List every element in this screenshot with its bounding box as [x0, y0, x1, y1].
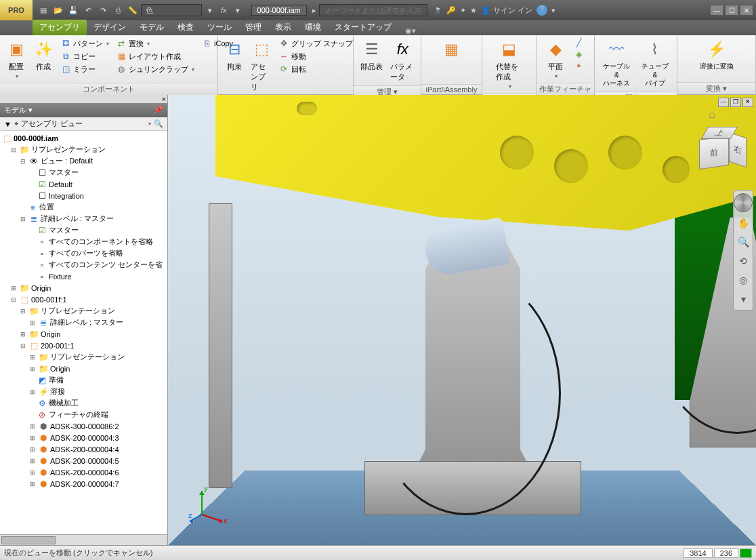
viewcube[interactable]: 前 右 上 [695, 125, 742, 173]
tree-node[interactable]: ⊞⬢ADSK-200-000004:7 [0, 478, 167, 489]
tree-node[interactable]: ▫Fixture [0, 271, 167, 282]
tree-node[interactable]: ⊟≣詳細レベル : マスター [0, 213, 167, 224]
tree-node[interactable]: ⊟⬚200-001:1 [0, 340, 167, 351]
browser-pin-icon[interactable]: 📌 [154, 106, 163, 115]
vp-minimize-icon[interactable]: — [718, 98, 729, 107]
lookat-icon[interactable]: ◎ [735, 272, 751, 288]
expand-icon[interactable]: ⊞ [28, 388, 37, 395]
substitute-button[interactable]: ⬓代替を作成▾ [495, 37, 524, 91]
help-icon[interactable]: ? [537, 5, 547, 16]
tab-inspect[interactable]: 検査 [171, 20, 201, 35]
vp-restore-icon[interactable]: ❐ [730, 98, 741, 107]
weld-convert-button[interactable]: ⚡溶接に変換 [696, 37, 737, 73]
expand-icon[interactable]: ⊞ [28, 423, 37, 430]
params-button[interactable]: fxパラメータ [389, 37, 417, 83]
steering-wheel-icon[interactable] [734, 193, 753, 212]
expand-icon[interactable]: ⊞ [28, 469, 37, 476]
rotate-button[interactable]: ⟳回転 [276, 63, 355, 75]
app-badge[interactable]: PRO [0, 0, 33, 20]
fx-label[interactable]: fx [221, 6, 227, 14]
assemble-button[interactable]: ⬚アセンブリ [249, 37, 274, 94]
tree-node[interactable]: ⊞⬢ADSK-300-000086:2 [0, 420, 167, 432]
plane-button[interactable]: ◆平面▾ [541, 37, 570, 81]
expand-icon[interactable]: ⊞ [28, 458, 37, 464]
tree-node[interactable]: ⊞⬢ADSK-200-000004:5 [0, 455, 167, 466]
signin-button[interactable]: 👤 サイン イン [481, 5, 532, 16]
appearance-select[interactable] [141, 4, 202, 16]
tab-startup[interactable]: スタートアップ [328, 20, 398, 35]
tab-design[interactable]: デザイン [87, 20, 133, 35]
collapse-icon[interactable]: ⊟ [19, 158, 27, 165]
browser-header[interactable]: モデル ▾📌 [0, 103, 167, 117]
funnel-icon[interactable]: ⌖ [14, 119, 18, 128]
fx-dropdown-icon[interactable]: ▾ [231, 3, 245, 17]
close-button[interactable]: ✕ [740, 5, 753, 16]
vp-close-icon[interactable]: ✕ [742, 98, 753, 107]
tab-tools[interactable]: ツール [201, 20, 238, 35]
tree-node[interactable]: ⊞⬢ADSK-200-000004:6 [0, 466, 167, 478]
tree-node[interactable]: ⊟📁リプレゼンテーション [0, 144, 167, 155]
tree-node[interactable]: ⊟📁リプレゼンテーション [0, 305, 167, 317]
ipart-button[interactable]: ▦ [437, 37, 467, 62]
tree-node[interactable]: ⊞📁Origin [0, 282, 167, 294]
filter-icon[interactable]: ▼ [4, 120, 12, 128]
zoom-icon[interactable]: 🔍 [735, 234, 751, 250]
tab-view[interactable]: 表示 [268, 20, 298, 35]
tube-button[interactable]: ⌇チューブ & パイプ [637, 37, 673, 89]
ucs-icon[interactable]: ⌖ [573, 60, 584, 71]
tabs-overflow-icon[interactable]: ◉▾ [405, 26, 416, 35]
tree-node[interactable]: ☑マスター [0, 224, 167, 236]
key-icon[interactable]: 🔑 [446, 6, 456, 15]
help-star-icon[interactable]: ✦ [460, 6, 466, 15]
expand-icon[interactable]: ⊞ [19, 331, 27, 338]
collapse-icon[interactable]: ⊟ [19, 216, 27, 222]
layout-button[interactable]: ▦レイアウト作成 [114, 50, 196, 62]
viewcube-front[interactable]: 前 [699, 136, 729, 169]
axis-icon[interactable]: ╱ [573, 37, 584, 48]
appearance-dropdown-icon[interactable]: ▾ [203, 3, 217, 17]
expand-icon[interactable]: ⊞ [28, 481, 37, 487]
favorite-icon[interactable]: ★ [470, 6, 477, 15]
cable-button[interactable]: 〰ケーブル & ハーネス [599, 37, 635, 89]
tree-node[interactable]: ⊞⬢ADSK-200-000004:4 [0, 443, 167, 455]
tree-node[interactable]: ⊞⚡溶接 [0, 386, 167, 397]
tree-node[interactable]: ⊞≣詳細レベル : マスター [0, 317, 167, 328]
browser-close-icon[interactable]: × [162, 95, 166, 103]
qat-measure-icon[interactable]: 📏 [126, 3, 140, 17]
tree-root[interactable]: ⬚000-000f.iam [0, 132, 167, 144]
collapse-icon[interactable]: ⊟ [9, 146, 18, 153]
expand-icon[interactable]: ⊞ [28, 435, 37, 441]
pattern-button[interactable]: ⚃パターン▾ [58, 37, 111, 49]
find-icon[interactable]: 🔍 [154, 119, 163, 128]
tree-node[interactable]: ▫すべてのコンテンツ センターを省 [0, 259, 167, 271]
shrinkwrap-button[interactable]: ◍シュリンクラップ▾ [114, 63, 196, 75]
maximize-button[interactable]: ☐ [725, 5, 738, 16]
minimize-button[interactable]: — [710, 5, 723, 16]
title-chevron-icon[interactable]: ▸ [312, 6, 316, 15]
point-icon[interactable]: ◈ [573, 49, 584, 60]
qat-redo-icon[interactable]: ↷ [96, 3, 110, 17]
scrollbar-thumb[interactable] [1, 536, 56, 544]
3d-viewport[interactable]: — ❐ ✕ ⌂ 前 右 上 ✋ 🔍 ⟲ ◎ ▾ x y z [168, 95, 756, 545]
qat-new-icon[interactable]: ▤ [37, 3, 50, 17]
browser-scrollbar[interactable] [0, 534, 167, 545]
tree-node[interactable]: ☑Default [0, 178, 167, 190]
tree-node[interactable]: ⚙機械加工 [0, 397, 167, 409]
expand-icon[interactable]: ⊞ [28, 319, 37, 326]
search-input[interactable] [319, 4, 427, 16]
tab-manage[interactable]: 管理 [238, 20, 268, 35]
filter-dropdown-icon[interactable]: ▾ [148, 121, 151, 127]
tree-node[interactable]: ⊟⬚000-001f:1 [0, 294, 167, 305]
pan-icon[interactable]: ✋ [735, 215, 751, 231]
qat-undo-icon[interactable]: ↶ [81, 3, 95, 17]
tree-node[interactable]: ⊞⬢ADSK-200-000004:3 [0, 432, 167, 443]
move-button[interactable]: ↔移動 [276, 50, 355, 62]
tree-node[interactable]: ☐マスター [0, 167, 167, 178]
qat-save-icon[interactable]: 💾 [66, 3, 80, 17]
tab-environ[interactable]: 環境 [298, 20, 328, 35]
copy-button[interactable]: ⧉コピー [58, 50, 111, 62]
tree-node[interactable]: ⊞📁Origin [0, 363, 167, 374]
tab-assembly[interactable]: アセンブリ [33, 20, 87, 35]
tree-node[interactable]: ▫すべてのパーツを省略 [0, 247, 167, 259]
expand-icon[interactable]: ⊞ [28, 365, 37, 372]
